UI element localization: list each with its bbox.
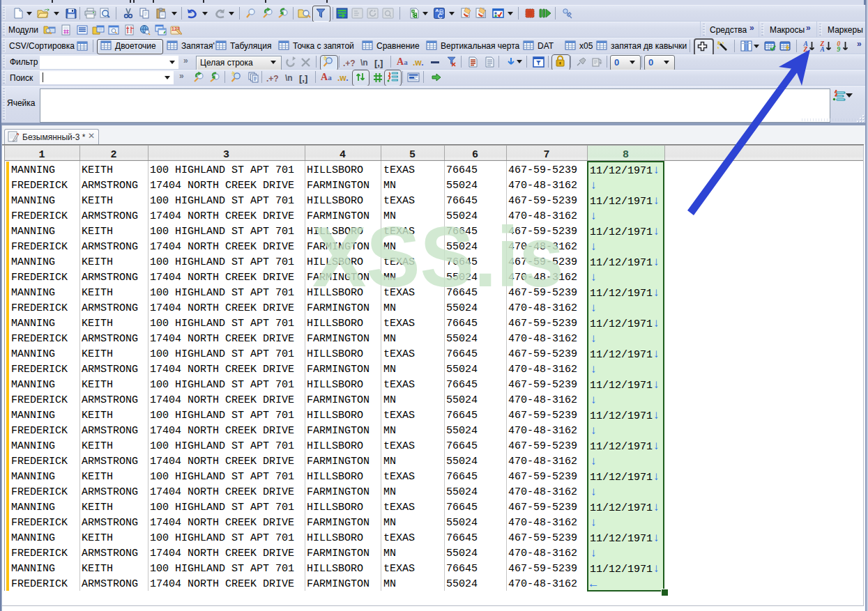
svg-text:9: 9 [837, 46, 841, 52]
svg-text:A: A [820, 46, 825, 52]
svg-text:Z: Z [803, 46, 808, 52]
